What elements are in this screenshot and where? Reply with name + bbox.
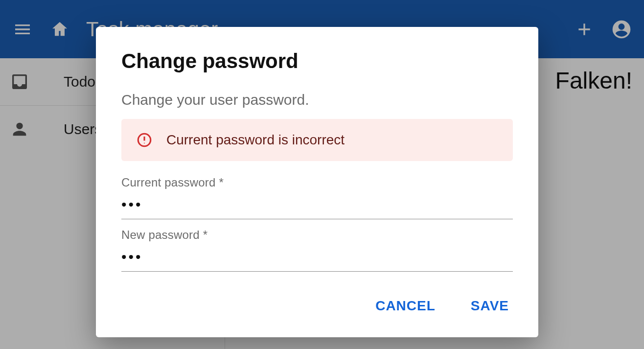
cancel-button[interactable]: CANCEL — [371, 293, 439, 319]
svg-point-2 — [144, 143, 145, 144]
change-password-dialog: Change password Change your user passwor… — [96, 27, 538, 337]
new-password-label: New password * — [121, 228, 513, 242]
new-password-field: New password * — [121, 228, 513, 272]
current-password-input[interactable] — [121, 189, 513, 219]
current-password-field: Current password * — [121, 176, 513, 219]
new-password-input[interactable] — [121, 242, 513, 272]
error-alert: Current password is incorrect — [121, 119, 513, 161]
dialog-subtitle: Change your user password. — [121, 92, 513, 108]
error-icon — [136, 132, 153, 148]
dialog-actions: CANCEL SAVE — [121, 293, 513, 326]
error-text: Current password is incorrect — [166, 132, 345, 148]
dialog-title: Change password — [121, 49, 513, 73]
current-password-label: Current password * — [121, 176, 513, 189]
save-button[interactable]: SAVE — [467, 293, 513, 319]
